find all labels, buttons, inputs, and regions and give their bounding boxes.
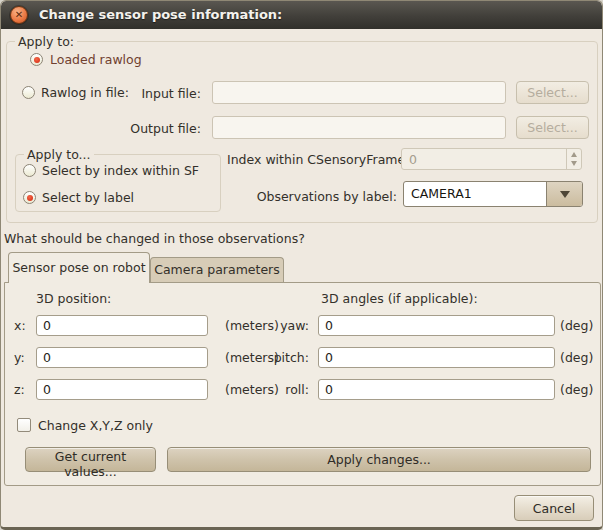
yaw-unit-label: (deg) [560,318,593,333]
output-file-field [212,116,506,139]
window-title: Change sensor pose information: [39,7,282,22]
z-field[interactable] [36,379,208,400]
change-xyz-only-label[interactable]: Change X,Y,Z only [38,418,153,433]
spinner-down-icon [571,161,577,166]
input-file-select-button: Select... [516,81,589,104]
input-file-label: Input file: [101,86,201,101]
yaw-label: yaw: [267,318,309,333]
close-button[interactable]: ✕ [10,6,28,24]
output-file-select-button: Select... [516,116,589,139]
input-file-field [212,81,506,104]
observations-combobox-arrow-button[interactable] [546,182,582,206]
change-xyz-only-checkbox[interactable] [17,418,31,432]
position-header: 3D position: [36,291,111,306]
pitch-label: pitch: [267,350,309,365]
angles-header: 3D angles (if applicable): [321,291,478,306]
dialog-window: ✕ Change sensor pose information: Apply … [0,0,603,530]
cancel-button[interactable]: Cancel [514,495,594,521]
radio-rawlog-in-file[interactable] [22,86,35,99]
yaw-field[interactable] [318,315,555,336]
roll-unit-label: (deg) [560,382,593,397]
pitch-unit-label: (deg) [560,350,593,365]
apply-changes-button[interactable]: Apply changes... [167,447,591,472]
index-spinner: 0 [401,148,582,170]
roll-label: roll: [267,382,309,397]
pitch-field[interactable] [318,347,555,368]
radio-select-by-index-label[interactable]: Select by index within SF [42,163,199,178]
observations-by-label-label: Observations by label: [227,189,397,204]
get-current-values-button[interactable]: Get current values... [25,447,156,472]
radio-select-by-label-label[interactable]: Select by label [42,190,134,205]
y-label: y: [14,350,25,365]
roll-field[interactable] [318,379,555,400]
close-icon: ✕ [11,7,27,23]
titlebar: ✕ Change sensor pose information: [1,1,602,29]
observations-combobox[interactable]: CAMERA1 [403,181,583,207]
radio-select-by-label[interactable] [23,191,36,204]
x-label: x: [14,318,26,333]
index-spinner-value: 0 [409,152,417,167]
radio-loaded-rawlog-label[interactable]: Loaded rawlog [50,52,142,67]
dropdown-arrow-icon [560,191,570,198]
index-spinner-buttons [566,149,581,169]
tab-sensor-pose[interactable]: Sensor pose on robot [8,252,150,283]
radio-select-by-index[interactable] [23,164,36,177]
radio-loaded-rawlog[interactable] [30,53,43,66]
x-field[interactable] [36,315,208,336]
tab-camera-parameters[interactable]: Camera parameters [150,257,284,282]
output-file-label: Output file: [101,121,201,136]
spinner-up-icon [571,152,577,157]
y-field[interactable] [36,347,208,368]
apply-to-frame-label: Apply to: [15,34,77,49]
index-within-csf-label: Index within CSensoryFrame [227,152,397,167]
z-label: z: [14,382,25,397]
apply-to-inner-frame-label: Apply to... [24,147,94,162]
observations-combobox-value: CAMERA1 [411,186,472,201]
question-label: What should be changed in those observat… [4,231,305,246]
